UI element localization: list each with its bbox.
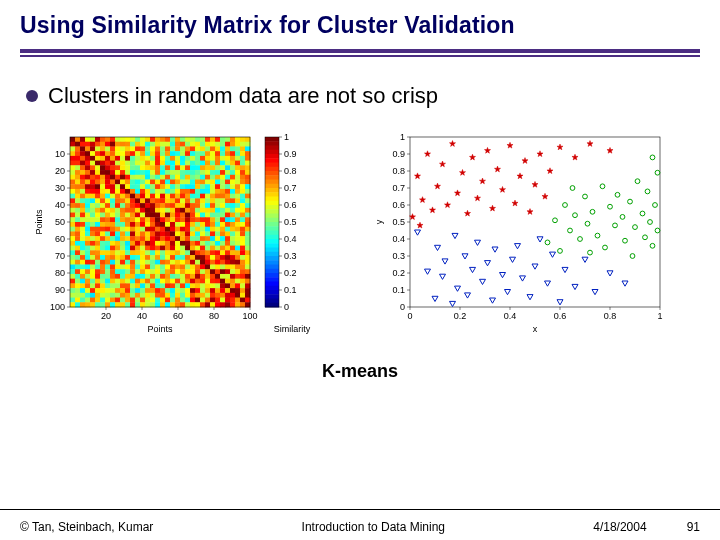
svg-rect-234 bbox=[160, 165, 165, 170]
svg-rect-1065 bbox=[175, 274, 180, 279]
svg-rect-510 bbox=[100, 203, 105, 208]
svg-text:10: 10 bbox=[55, 149, 65, 159]
svg-rect-2 bbox=[80, 137, 85, 142]
svg-rect-1200 bbox=[130, 293, 135, 298]
svg-rect-1293 bbox=[235, 302, 240, 307]
svg-rect-475 bbox=[105, 198, 110, 203]
svg-rect-1191 bbox=[85, 293, 90, 298]
svg-rect-1004 bbox=[230, 265, 235, 270]
svg-rect-1350 bbox=[265, 226, 279, 231]
svg-rect-1117 bbox=[75, 283, 80, 288]
svg-rect-727 bbox=[105, 231, 110, 236]
svg-text:80: 80 bbox=[209, 311, 219, 321]
svg-rect-343 bbox=[165, 180, 170, 185]
svg-rect-812 bbox=[170, 241, 175, 246]
svg-rect-863 bbox=[245, 246, 250, 251]
svg-rect-410 bbox=[140, 189, 145, 194]
svg-rect-1151 bbox=[245, 283, 250, 288]
svg-rect-1289 bbox=[215, 302, 220, 307]
svg-rect-497 bbox=[215, 198, 220, 203]
svg-rect-619 bbox=[105, 217, 110, 222]
svg-rect-138 bbox=[220, 151, 225, 156]
svg-rect-1003 bbox=[225, 265, 230, 270]
svg-rect-1126 bbox=[120, 283, 125, 288]
svg-rect-443 bbox=[125, 194, 130, 199]
svg-rect-179 bbox=[245, 156, 250, 161]
svg-rect-964 bbox=[210, 260, 215, 265]
svg-rect-194 bbox=[140, 161, 145, 166]
svg-rect-255 bbox=[85, 170, 90, 175]
svg-rect-225 bbox=[115, 165, 120, 170]
svg-rect-132 bbox=[190, 151, 195, 156]
svg-marker-1436 bbox=[450, 301, 456, 306]
svg-rect-41 bbox=[95, 142, 100, 147]
svg-rect-1294 bbox=[240, 302, 245, 307]
svg-rect-376 bbox=[150, 184, 155, 189]
svg-text:Points: Points bbox=[147, 324, 173, 334]
svg-rect-869 bbox=[95, 250, 100, 255]
svg-rect-547 bbox=[105, 208, 110, 213]
svg-rect-1205 bbox=[155, 293, 160, 298]
svg-rect-1219 bbox=[225, 293, 230, 298]
svg-rect-211 bbox=[225, 161, 230, 166]
svg-rect-658 bbox=[120, 222, 125, 227]
svg-rect-546 bbox=[100, 208, 105, 213]
svg-rect-325 bbox=[75, 180, 80, 185]
svg-rect-1108 bbox=[210, 279, 215, 284]
svg-rect-276 bbox=[190, 170, 195, 175]
svg-rect-875 bbox=[125, 250, 130, 255]
svg-rect-326 bbox=[80, 180, 85, 185]
svg-rect-50 bbox=[140, 142, 145, 147]
svg-marker-1463 bbox=[622, 281, 628, 286]
svg-rect-934 bbox=[240, 255, 245, 260]
svg-rect-937 bbox=[75, 260, 80, 265]
svg-rect-247 bbox=[225, 165, 230, 170]
svg-rect-378 bbox=[160, 184, 165, 189]
svg-rect-264 bbox=[130, 170, 135, 175]
svg-rect-523 bbox=[165, 203, 170, 208]
svg-rect-312 bbox=[190, 175, 195, 180]
svg-rect-431 bbox=[245, 189, 250, 194]
svg-rect-214 bbox=[240, 161, 245, 166]
svg-rect-330 bbox=[100, 180, 105, 185]
svg-rect-799 bbox=[105, 241, 110, 246]
svg-rect-997 bbox=[195, 265, 200, 270]
svg-rect-608 bbox=[230, 213, 235, 218]
svg-rect-1043 bbox=[245, 269, 250, 274]
svg-marker-1511 bbox=[479, 178, 485, 184]
svg-rect-439 bbox=[105, 194, 110, 199]
svg-rect-476 bbox=[110, 198, 115, 203]
svg-rect-341 bbox=[155, 180, 160, 185]
svg-text:1: 1 bbox=[284, 132, 289, 142]
svg-rect-1232 bbox=[110, 298, 115, 303]
svg-rect-1033 bbox=[195, 269, 200, 274]
svg-rect-301 bbox=[135, 175, 140, 180]
svg-rect-18 bbox=[160, 137, 165, 142]
svg-rect-1068 bbox=[190, 274, 195, 279]
svg-rect-467 bbox=[245, 194, 250, 199]
svg-marker-1497 bbox=[409, 214, 415, 220]
svg-rect-346 bbox=[180, 180, 185, 185]
svg-rect-1057 bbox=[135, 274, 140, 279]
svg-rect-702 bbox=[160, 227, 165, 232]
svg-rect-1268 bbox=[110, 302, 115, 307]
svg-rect-1073 bbox=[215, 274, 220, 279]
footer: © Tan, Steinbach, Kumar Introduction to … bbox=[0, 520, 720, 534]
svg-rect-412 bbox=[150, 189, 155, 194]
svg-rect-385 bbox=[195, 184, 200, 189]
svg-rect-877 bbox=[135, 250, 140, 255]
svg-rect-915 bbox=[145, 255, 150, 260]
svg-rect-985 bbox=[135, 265, 140, 270]
svg-rect-123 bbox=[145, 151, 150, 156]
svg-rect-399 bbox=[85, 189, 90, 194]
svg-marker-1449 bbox=[510, 257, 516, 262]
svg-rect-336 bbox=[130, 180, 135, 185]
svg-rect-1035 bbox=[205, 269, 210, 274]
svg-rect-335 bbox=[125, 180, 130, 185]
svg-rect-504 bbox=[70, 203, 75, 208]
svg-rect-363 bbox=[85, 184, 90, 189]
svg-marker-1431 bbox=[425, 269, 431, 274]
svg-rect-617 bbox=[95, 217, 100, 222]
svg-rect-1028 bbox=[170, 269, 175, 274]
svg-rect-282 bbox=[220, 170, 225, 175]
